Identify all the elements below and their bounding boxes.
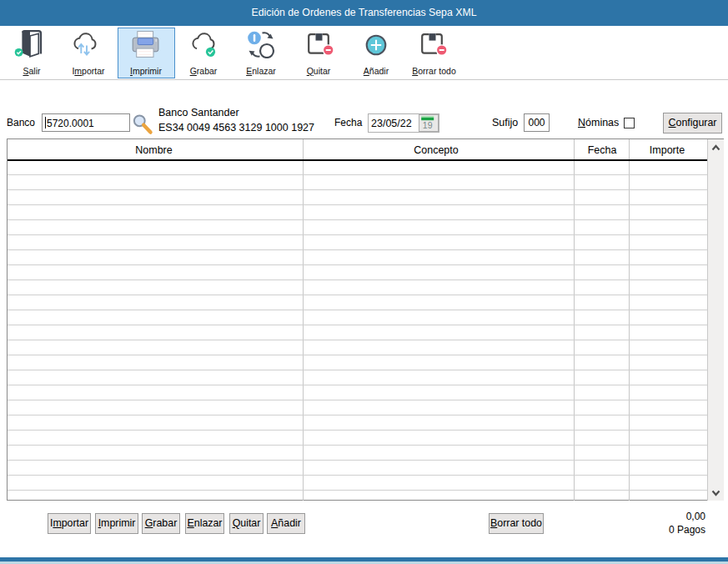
- svg-text:19: 19: [423, 120, 433, 130]
